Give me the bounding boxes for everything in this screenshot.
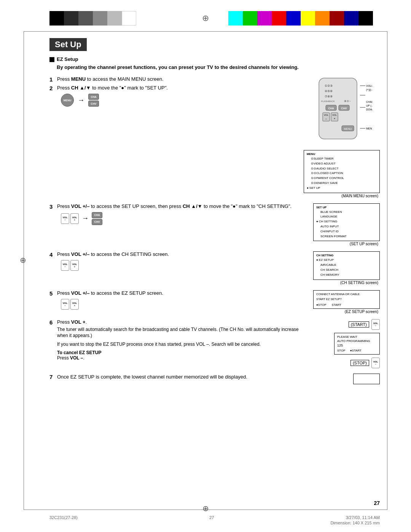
color-block-mid-gray xyxy=(78,11,93,26)
stop-label: (STOP) xyxy=(350,360,369,366)
start-label: (START) xyxy=(349,321,369,328)
setup-item-chinput: CH/INPUT ID xyxy=(316,229,377,234)
step-4-row: 4 Press VOL +/– to access the CH SETTING… xyxy=(49,251,380,284)
step-1-row: 1 Press MENU to access the MAIN MENU scr… xyxy=(49,76,300,83)
top-crosshair: ⊕ xyxy=(202,13,209,23)
svg-text:MENU: MENU xyxy=(344,128,352,130)
color-block-black2 xyxy=(358,11,373,26)
svg-text:⑩ 0→: ⑩ 0→ xyxy=(344,100,351,102)
color-block-dark-gray xyxy=(64,11,78,26)
setup-item-screen: SCREEN FORMAT xyxy=(316,234,377,239)
setup-title: SET UP xyxy=(316,206,377,209)
svg-text:UP (▲): UP (▲) xyxy=(366,104,372,107)
color-block-red xyxy=(272,11,286,26)
chv-button: CHV xyxy=(88,101,99,107)
step-3-text: Press VOL +/– to access the SET UP scree… xyxy=(57,203,292,209)
vol-minus-btn-6: VOL– xyxy=(371,358,380,368)
svg-text:VOLUME: VOLUME xyxy=(366,85,372,87)
menu-item-energy: ⊙⊙ENERGY SAVE xyxy=(307,181,377,186)
ch-setting-screen: CH SETTING EZ SETUP AIR/CABLE CH SEARCH … xyxy=(313,251,380,284)
color-block-black xyxy=(49,11,64,26)
footer-page: 27 xyxy=(209,515,214,520)
step-6-note2: If you want to stop the EZ SETUP process… xyxy=(57,341,309,348)
step-4-num: 4 xyxy=(49,251,55,271)
color-block-orange xyxy=(315,11,330,26)
section-header: EZ Setup xyxy=(49,56,380,62)
ez-start-item: START xyxy=(331,303,341,307)
ch-setting-title: CH SETTING xyxy=(316,254,377,257)
step-2-num: 2 xyxy=(49,85,55,107)
step-7-text: Once EZ SETUP is complete, the lowest ch… xyxy=(57,374,247,380)
cancel-text: Press VOL –. xyxy=(57,355,309,361)
main-menu-title: MENU xyxy=(307,152,377,156)
color-block-yellow xyxy=(301,11,315,26)
display-num-box xyxy=(353,374,380,384)
ch-item-ez: EZ SETUP xyxy=(316,258,377,263)
page-title-box: Set Up xyxy=(49,38,87,51)
svg-text:CHA: CHA xyxy=(328,107,334,110)
intro-text: By operating the channel preset function… xyxy=(57,64,380,70)
step-5-num: 5 xyxy=(49,290,55,310)
vol-minus-btn-4: VOL– xyxy=(61,260,69,271)
color-block-blue xyxy=(286,11,301,26)
step-7-row: 7 Once EZ SETUP is complete, the lowest … xyxy=(49,374,380,384)
menu-item-caption: ⊙⊙CLOSED CAPTION xyxy=(307,171,377,176)
step-6-note1: The tuner will automatically search for … xyxy=(57,326,309,339)
step-3-row: 3 Press VOL +/– to access the SET UP scr… xyxy=(49,203,380,246)
remote-diagram: ①②③ ④⑤⑥ ⑦⑧⑨ FLASHBACK ⑩ 0→ CHA CHV xyxy=(304,76,380,148)
step-5-row: 5 Press VOL +/– to access the EZ SETUP s… xyxy=(49,290,380,314)
color-block-magenta xyxy=(257,11,272,26)
left-crosshair: ⊕ xyxy=(20,256,26,265)
ez-start-line: START EZ SETUP? xyxy=(316,297,377,301)
step-5-text: Press VOL +/– to access the EZ SETUP scr… xyxy=(57,290,163,296)
svg-text:⑦⑧⑨: ⑦⑧⑨ xyxy=(325,95,333,98)
ez-stop-item: ●STOP xyxy=(316,303,326,307)
svg-text:MENU: MENU xyxy=(366,127,372,130)
svg-text:①②③: ①②③ xyxy=(325,84,333,88)
cancel-note: To cancel EZ SETUP Press VOL –. xyxy=(57,350,309,361)
color-block-light-gray xyxy=(107,11,122,26)
svg-text:CHV: CHV xyxy=(341,107,347,110)
footer-part-code: 32C231(27-28) xyxy=(49,515,78,520)
ch-item-memory: CH MEMORY xyxy=(316,273,377,278)
svg-text:CHANNEL: CHANNEL xyxy=(366,101,372,103)
vol-minus-btn-3: VOL– xyxy=(61,213,69,224)
color-block-dark-red xyxy=(330,11,344,26)
main-menu-screen: MENU ⊙SLEEP TIMER ⊙VIDEO ADJUST ⊙⊙AUDIO … xyxy=(304,150,380,198)
cha-button: CHA xyxy=(88,94,99,100)
ez-connect-line: CONNECT ANTENNA OR CABLE. xyxy=(316,292,377,296)
step-3-num: 3 xyxy=(49,203,55,225)
intro-bold: By operating the channel preset function… xyxy=(57,64,299,70)
chv-btn-3: CHV xyxy=(92,219,102,225)
cancel-title: To cancel EZ SETUP xyxy=(57,350,309,355)
setup-item-blue: BLUE SCREEN xyxy=(316,210,377,215)
step-6-text: Press VOL +. xyxy=(57,319,87,325)
vol-plus-btn-4: VOL+ xyxy=(70,260,79,271)
setup-screen: SET UP BLUE SCREEN LANGUAGE CH SETTING A… xyxy=(313,203,380,246)
vol-plus-btn-6: VOL– xyxy=(371,319,380,330)
prog-line2: AUTO PROGRAMMING xyxy=(337,339,377,343)
footer-dimension: Dimension: 140 X 215 mm xyxy=(330,521,380,525)
ch-item-air: AIR/CABLE xyxy=(316,263,377,268)
setup-item-lang: LANGUAGE xyxy=(316,214,377,219)
menu-button: MENU xyxy=(61,94,74,107)
setup-item-auto: AUTO INPUT xyxy=(316,224,377,229)
step2-arrow: → xyxy=(78,96,84,104)
footer-date: 3/27/03, 11:14 AM xyxy=(346,515,380,520)
section-title: EZ Setup xyxy=(57,56,78,62)
ez-setup-screen: CONNECT ANTENNA OR CABLE. START EZ SETUP… xyxy=(313,290,380,314)
step-2-row: 2 Press CH ▲/▼ to move the "●" mark to "… xyxy=(49,85,300,107)
color-block-cyan xyxy=(228,11,243,26)
prog-line1: PLEASE WAIT xyxy=(337,335,377,339)
step-1-text: Press MENU to access the MAIN MENU scree… xyxy=(57,76,164,82)
color-block-green xyxy=(243,11,257,26)
auto-prog-screen: PLEASE WAIT AUTO PROGRAMMING 125 STOP ●S… xyxy=(334,333,380,355)
main-menu-caption: (MAIN MENU screen) xyxy=(304,194,380,198)
ez-setup-caption: (EZ SETUP screen) xyxy=(313,310,380,314)
cha-btn-3: CHA xyxy=(92,212,102,218)
menu-item-parent: ⊙⊙PARENT CONTROL xyxy=(307,176,377,181)
step-2-text: Press CH ▲/▼ to move the "●" mark to "SE… xyxy=(57,85,168,91)
svg-text:–: – xyxy=(325,117,327,120)
color-block-white xyxy=(122,11,136,26)
svg-text:VOL: VOL xyxy=(324,114,329,116)
